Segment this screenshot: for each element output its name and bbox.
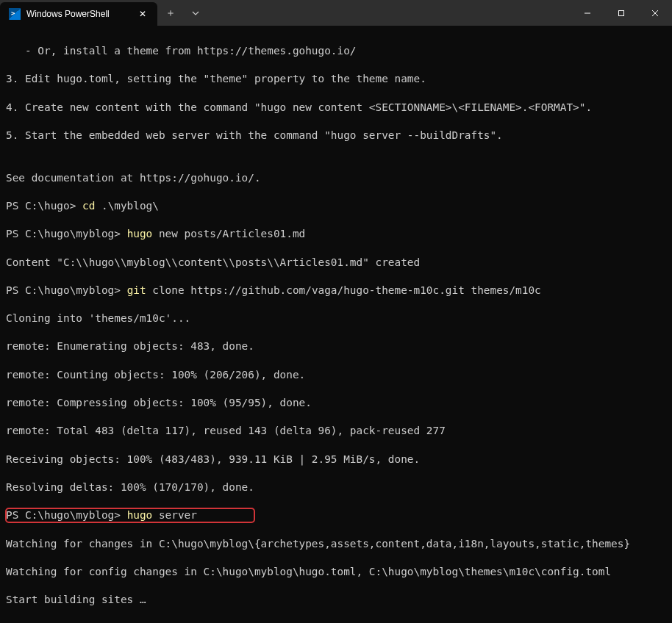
close-icon (651, 10, 659, 17)
output-line: 5. Start the embedded web server with th… (6, 129, 666, 143)
command-token: hugo (127, 509, 159, 521)
output-line: Content "C:\\hugo\\myblog\\content\\post… (6, 256, 666, 270)
terminal-tab-active[interactable]: Windows PowerShell ✕ (0, 2, 157, 26)
tab-title: Windows PowerShell (26, 9, 131, 19)
output-line: See documentation at https://gohugo.io/. (6, 171, 666, 185)
output-line: 4. Create new content with the command "… (6, 101, 666, 115)
highlight-box: PS C:\hugo\myblog> hugo server (6, 508, 254, 522)
output-line: Watching for changes in C:\hugo\myblog\{… (6, 537, 666, 551)
output-line: remote: Enumerating objects: 483, done. (6, 339, 666, 353)
ps-prompt: PS C:\hugo> (6, 200, 82, 212)
minimize-icon (584, 10, 591, 17)
tabstrip: ＋ (157, 0, 672, 26)
window-titlebar: Windows PowerShell ✕ ＋ (0, 0, 672, 26)
ps-prompt: PS C:\hugo\myblog> (6, 228, 127, 240)
chevron-down-icon (192, 10, 199, 17)
tab-dropdown-button[interactable] (187, 4, 204, 22)
ps-prompt: PS C:\hugo\myblog> (6, 284, 127, 296)
output-line: Resolving deltas: 100% (170/170), done. (6, 480, 666, 494)
ps-prompt: PS C:\hugo\myblog> (6, 509, 127, 521)
output-line: Watching for config changes in C:\hugo\m… (6, 565, 666, 579)
command-arg: server (159, 509, 197, 521)
command-arg: clone https://github.com/vaga/hugo-theme… (152, 284, 541, 296)
command-token: cd (82, 200, 101, 212)
output-line: 3. Edit hugo.toml, setting the "theme" p… (6, 72, 666, 86)
output-line: remote: Total 483 (delta 117), reused 14… (6, 424, 666, 438)
highlighted-command: PS C:\hugo\myblog> hugo server (6, 508, 666, 522)
svg-rect-1 (619, 10, 624, 15)
output-line: Cloning into 'themes/m10c'... (6, 312, 666, 325)
command-token: hugo (127, 228, 159, 240)
output-line: - Or, install a theme from https://theme… (6, 44, 666, 58)
maximize-button[interactable] (604, 10, 638, 17)
prompt-line: PS C:\hugo\myblog> hugo new posts/Articl… (6, 227, 666, 241)
output-line: Receiving objects: 100% (483/483), 939.1… (6, 453, 666, 467)
minimize-button[interactable] (571, 10, 604, 17)
new-tab-button[interactable]: ＋ (162, 4, 179, 22)
prompt-line: PS C:\hugo> cd .\myblog\ (6, 199, 666, 213)
command-arg: new posts/Articles01.md (159, 228, 305, 240)
output-line: remote: Counting objects: 100% (206/206)… (6, 368, 666, 382)
tab-close-button[interactable]: ✕ (137, 8, 149, 20)
command-arg: .\myblog\ (101, 200, 159, 212)
output-line: Start building sites … (6, 593, 666, 607)
prompt-line: PS C:\hugo\myblog> git clone https://git… (6, 284, 666, 298)
window-controls (571, 10, 672, 17)
maximize-icon (618, 10, 625, 17)
powershell-icon (9, 8, 21, 20)
close-button[interactable] (638, 10, 672, 17)
command-token: git (127, 284, 153, 296)
output-line: remote: Compressing objects: 100% (95/95… (6, 396, 666, 410)
terminal-output[interactable]: - Or, install a theme from https://theme… (0, 26, 672, 623)
